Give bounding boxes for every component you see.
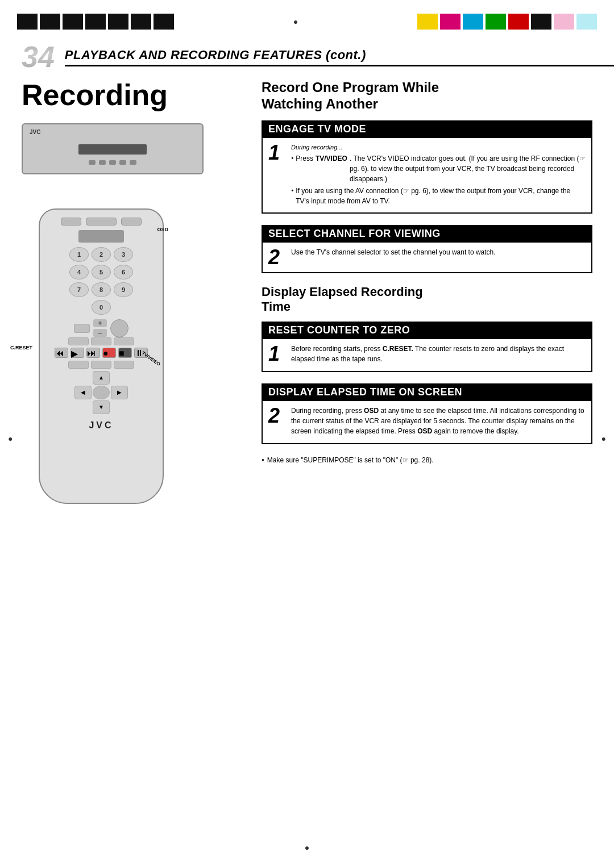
step-number-1: 1 — [268, 143, 285, 163]
remote-ff-btn[interactable]: ⏭ — [86, 348, 100, 358]
superimpose-note: Make sure "SUPERIMPOSE" is set to "ON" (… — [262, 456, 592, 465]
center-dot — [174, 17, 417, 26]
remote-stop-btn[interactable]: ■ — [118, 348, 132, 358]
arrow-empty2 — [111, 371, 128, 385]
vcr-brand: JVC — [30, 129, 40, 135]
remote-num-8[interactable]: 8 — [92, 282, 111, 297]
osd-label: OSD — [157, 227, 168, 232]
remote-creset-btn[interactable] — [74, 324, 90, 333]
step3-text: Before recording starts, press C.RESET. … — [291, 344, 586, 364]
arrow-empty4 — [111, 400, 128, 414]
remote-rewind-btn[interactable]: ⏮ — [55, 348, 68, 358]
tvvideo-label: TV/VIDEO — [140, 350, 161, 367]
remote-extra-btn2[interactable] — [91, 361, 111, 369]
step-block-display-elapsed: 2 During recording, press OSD at any tim… — [262, 401, 592, 444]
vcr-device-image: JVC — [22, 123, 215, 186]
step-group-select-channel: SELECT CHANNEL FOR VIEWING 2 Use the TV'… — [262, 225, 592, 273]
remote-arrow-pad: ▲ ◀ ▶ ▼ — [74, 371, 128, 414]
remote-num-6[interactable]: 6 — [114, 265, 133, 279]
step1-bullet1: Press TV/VIDEO. The VCR's VIDEO indicato… — [291, 153, 586, 184]
section2-heading-line1: Display Elapsed Recording — [262, 285, 423, 299]
remote-plus-minus: + – — [93, 319, 107, 337]
remote-down-btn[interactable]: ▼ — [93, 400, 110, 414]
step-content-select-channel: Use the TV's channel selector to set the… — [291, 247, 496, 260]
color-block — [63, 14, 83, 30]
remote-play-btn[interactable]: ▶ — [70, 348, 84, 358]
section1-heading-line2: Watching Another — [262, 96, 378, 111]
remote-small-btns — [68, 337, 134, 345]
vcr-btn4 — [119, 160, 126, 165]
step-block-engage-tv: 1 During recording... Press TV/VIDEO. Th… — [262, 138, 592, 214]
remote-num-7[interactable]: 7 — [69, 282, 89, 297]
step-group-engage-tv: ENGAGE TV MODE 1 During recording... Pre… — [262, 120, 592, 214]
remote-side-buttons: + – — [45, 319, 157, 337]
vcr-body: JVC — [22, 123, 204, 174]
remote-left-btn[interactable]: ◀ — [74, 386, 92, 399]
remote-num-5[interactable]: 5 — [92, 265, 111, 279]
step-header-engage-tv-text: ENGAGE TV MODE — [268, 123, 366, 135]
vcr-buttons-row — [89, 160, 136, 165]
remote-plus-btn[interactable]: + — [93, 319, 107, 327]
remote-small-btn3[interactable] — [114, 337, 134, 345]
step-content-reset-counter: Before recording starts, press C.RESET. … — [291, 344, 586, 366]
remote-circle-btn[interactable] — [110, 319, 128, 337]
arrow-empty1 — [74, 371, 92, 385]
remote-num-2[interactable]: 2 — [92, 247, 111, 262]
step1-sub-label: During recording... — [291, 143, 586, 152]
remote-center-btn[interactable] — [93, 386, 110, 399]
vcr-btn2 — [99, 160, 106, 165]
step-content-display-elapsed: During recording, press OSD at any time … — [291, 406, 586, 439]
remote-right-btn[interactable]: ▶ — [111, 386, 128, 399]
remote-top-buttons — [61, 218, 142, 226]
page-number: 34 — [22, 42, 55, 72]
remote-top-btn2 — [86, 218, 117, 226]
remote-small-btn2[interactable] — [91, 337, 111, 345]
color-block-green — [486, 14, 506, 30]
color-block — [40, 14, 60, 30]
step1-bullet2: If you are using the AV connection (☞ pg… — [291, 186, 586, 206]
section2-heading-line2: Time — [262, 299, 291, 314]
remote-num-4[interactable]: 4 — [69, 265, 89, 279]
remote-record-btn[interactable]: ● — [102, 348, 116, 358]
step-header-reset-counter: RESET COUNTER TO ZERO — [262, 322, 592, 339]
step-header-select-channel: SELECT CHANNEL FOR VIEWING — [262, 225, 592, 243]
color-block — [108, 14, 128, 30]
step-header-reset-counter-text: RESET COUNTER TO ZERO — [268, 324, 410, 336]
remote-up-btn[interactable]: ▲ — [93, 371, 110, 385]
step-group-reset-counter: RESET COUNTER TO ZERO 1 Before recording… — [262, 322, 592, 372]
remote-control-image: OSD C.RESET TV/VIDEO 1 2 3 — [22, 208, 181, 504]
section2-heading: Display Elapsed Recording Time — [262, 285, 592, 315]
color-block — [17, 14, 38, 30]
step-block-reset-counter: 1 Before recording starts, press C.RESET… — [262, 339, 592, 372]
step-header-select-channel-text: SELECT CHANNEL FOR VIEWING — [268, 228, 441, 240]
remote-num-0[interactable]: 0 — [92, 300, 111, 315]
vcr-btn3 — [109, 160, 116, 165]
remote-minus-btn[interactable]: – — [93, 329, 107, 337]
step-number-2: 2 — [268, 247, 285, 268]
remote-transport: ⏮ ▶ ⏭ ● ■ ⏸ — [55, 348, 148, 358]
remote-small-btn1[interactable] — [68, 337, 89, 345]
remote-more-btns — [68, 361, 134, 369]
page-header: 34 PLAYBACK AND RECORDING FEATURES (cont… — [0, 41, 614, 73]
remote-num-1[interactable]: 1 — [69, 247, 89, 262]
step-header-display-elapsed: DISPLAY ELAPSED TIME ON SCREEN — [262, 383, 592, 401]
remote-num-9[interactable]: 9 — [114, 282, 133, 297]
color-block-magenta — [440, 14, 460, 30]
left-column: Recording JVC — [0, 80, 244, 868]
arrow-empty3 — [74, 400, 92, 414]
top-bar — [0, 10, 614, 33]
remote-extra-btn1[interactable] — [68, 361, 89, 369]
step-block-select-channel: 2 Use the TV's channel selector to set t… — [262, 243, 592, 273]
color-block — [131, 14, 151, 30]
step-header-engage-tv: ENGAGE TV MODE — [262, 120, 592, 138]
main-content: Recording JVC — [0, 80, 614, 868]
step-content-engage-tv: During recording... Press TV/VIDEO. The … — [291, 143, 586, 208]
remote-jvc-brand: JVC — [89, 420, 113, 431]
step4-text: During recording, press OSD at any time … — [291, 406, 586, 436]
remote-num-3[interactable]: 3 — [114, 247, 133, 262]
vcr-tape-slot — [78, 144, 147, 155]
remote-body: OSD C.RESET TV/VIDEO 1 2 3 — [39, 208, 164, 504]
remote-extra-btn3[interactable] — [114, 361, 134, 369]
step-header-display-elapsed-text: DISPLAY ELAPSED TIME ON SCREEN — [268, 386, 462, 398]
remote-top-btn1 — [61, 218, 81, 226]
